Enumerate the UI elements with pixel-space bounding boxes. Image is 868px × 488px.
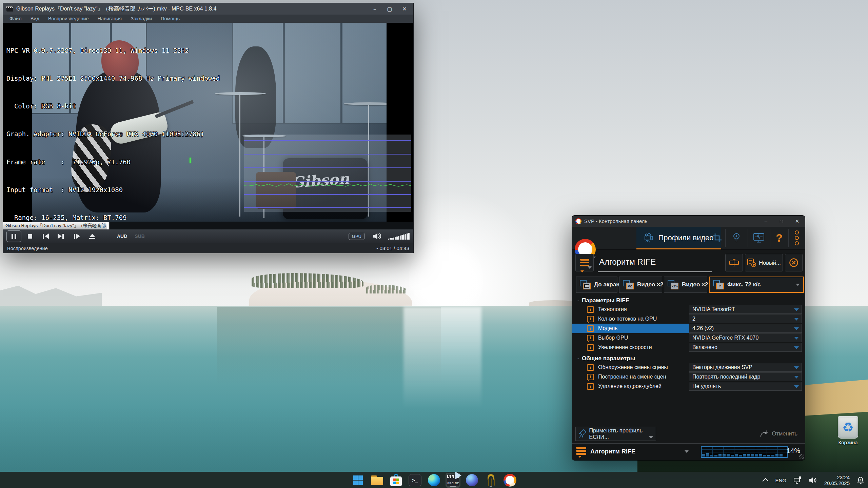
recycle-bin[interactable]: ♻ Корзина	[829, 416, 867, 449]
language-indicator[interactable]: ENG	[775, 477, 786, 483]
row-gpu-select[interactable]: i Выбор GPU NVIDIA GeForce RTX 4070	[572, 333, 805, 343]
preset-dropdown-caret[interactable]	[796, 284, 800, 286]
menu-playback[interactable]: Воспроизведение	[44, 16, 93, 21]
taskbar-password-manager[interactable]	[484, 473, 498, 488]
row-technology[interactable]: i Технология NVIDIA TensorRT	[572, 305, 805, 314]
preset-to-screen[interactable]: До экрана	[576, 277, 617, 293]
maximize-button[interactable]: ▢	[774, 216, 789, 227]
technology-dropdown[interactable]: NVIDIA TensorRT	[689, 305, 802, 314]
rename-profile-button[interactable]	[725, 254, 743, 271]
playback-state: Воспроизведение	[7, 246, 48, 251]
section-rife-params[interactable]: - Параметры RIFE	[572, 296, 805, 305]
svp-icon	[504, 474, 516, 487]
seekbar[interactable]: Gibson Replays『Don't say "lazy"』（桜高軽音部 カ…	[3, 222, 413, 229]
taskbar-terminal[interactable]: >_	[408, 473, 422, 488]
hidden-icons-chevron[interactable]	[763, 478, 769, 484]
menu-file[interactable]: Файл	[5, 16, 26, 21]
video-area[interactable]: Gibson MPC	[3, 23, 413, 222]
taskbar-mpc-be[interactable]: MPC BE	[446, 473, 460, 488]
osd-line: Display: PHL 275E1 868x488 74.968 Hz P…	[6, 74, 239, 83]
row-duplicate-removal[interactable]: i Удаление кадров-дублей Не удалять	[572, 382, 805, 391]
taskbar-sphere-app[interactable]	[465, 473, 479, 488]
section-common-params[interactable]: - Общие параметры	[572, 354, 805, 363]
row-scene-detection[interactable]: i Обнаружение смены сцены Векторы движен…	[572, 363, 805, 372]
row-gpu-threads[interactable]: i Кол-во потоков на GPU 2	[572, 314, 805, 324]
mpc-window-controls: – ▢ ✕	[367, 4, 412, 14]
new-profile-button[interactable]: Новый...	[745, 254, 783, 271]
system-tray: ENG 23:24 20.05.2025	[764, 472, 865, 488]
profile-name-input[interactable]: Алгоритм RIFE	[599, 257, 656, 267]
footer-dropdown-caret[interactable]	[685, 450, 689, 453]
menu-view[interactable]: Вид	[26, 16, 44, 21]
volume-tray-button[interactable]	[809, 476, 817, 484]
scene-detection-dropdown[interactable]: Векторы движения SVP	[689, 363, 802, 372]
subtitle-track-button[interactable]: SUB	[135, 233, 145, 239]
notification-center-button[interactable]: z	[856, 476, 865, 485]
taskbar-edge[interactable]	[427, 473, 441, 488]
gpu-indicator-button[interactable]: GPU	[349, 233, 365, 240]
mute-button[interactable]	[372, 232, 382, 240]
preset-video-x25-icon: ×2½	[668, 280, 678, 289]
seekbar-position-marker[interactable]	[107, 222, 110, 229]
row-speed-boost[interactable]: i Увеличение скорости Включено	[572, 343, 805, 352]
preset-fixed-72fps[interactable]: ? Фикс. 72 к/с	[709, 277, 804, 293]
preset-video-x2[interactable]: ×2 Видео ×2	[619, 277, 662, 293]
profile-menu-button[interactable]	[575, 254, 594, 271]
speaker-icon	[809, 476, 817, 484]
next-icon	[62, 234, 64, 239]
resize-grip[interactable]	[799, 454, 804, 459]
previous-button[interactable]	[38, 231, 53, 242]
frame-step-button[interactable]	[70, 231, 84, 242]
info-icon: i	[587, 335, 594, 341]
performance-monitor-button[interactable]	[748, 227, 770, 249]
row-model[interactable]: i Модель 4.26 (v2)	[572, 324, 805, 333]
apply-profile-if-button[interactable]: Применять профиль ЕСЛИ...	[575, 427, 656, 441]
next-button[interactable]	[54, 231, 68, 242]
taskbar-file-explorer[interactable]	[370, 473, 384, 488]
close-button[interactable]: ✕	[397, 4, 412, 14]
minimize-button[interactable]: –	[367, 4, 382, 14]
close-button[interactable]: ✕	[789, 216, 805, 227]
menu-help[interactable]: Помощь	[156, 16, 184, 21]
help-button[interactable]: ?	[770, 227, 788, 249]
preset-video-x25[interactable]: ×2½ Видео ×2½	[664, 277, 707, 293]
new-profile-label: Новый...	[759, 260, 781, 266]
minimize-button[interactable]: –	[758, 216, 774, 227]
speed-boost-dropdown[interactable]: Включено	[689, 343, 802, 352]
new-profile-icon	[747, 258, 756, 267]
svp-titlebar[interactable]: SVP - Контрольная панель – ▢ ✕	[572, 216, 805, 227]
tab-video-profiles-label: Профили видео	[658, 233, 713, 242]
delete-profile-button[interactable]	[785, 254, 803, 271]
preset-fixed-72fps-icon: ?	[713, 280, 724, 289]
eject-button[interactable]	[85, 231, 99, 242]
volume-slider[interactable]	[388, 233, 410, 240]
maximize-button[interactable]: ▢	[382, 4, 397, 14]
audio-track-button[interactable]: AUD	[117, 233, 127, 239]
tips-button[interactable]	[725, 227, 748, 249]
osd-line: MPC VR 0.9.7.2387, Direct3D 11, Windows …	[6, 46, 239, 55]
menu-navigation[interactable]: Навигация	[93, 16, 126, 21]
tab-video-profiles[interactable]: Профили видео	[636, 227, 721, 249]
sync-waveform	[244, 135, 411, 212]
taskbar-svp[interactable]	[502, 473, 517, 488]
scene-change-dropdown[interactable]: Повторять последний кадр	[689, 372, 802, 381]
clock[interactable]: 23:24 20.05.2025	[824, 474, 850, 486]
undo-button[interactable]: Отменить	[759, 429, 797, 438]
crop-tool-button[interactable]	[709, 227, 725, 249]
footer-profile-menu[interactable]	[576, 447, 586, 455]
network-tray-button[interactable]	[793, 476, 802, 484]
active-profile-label: Алгоритм RIFE	[590, 448, 635, 455]
pause-button[interactable]	[6, 230, 21, 242]
stop-button[interactable]	[23, 231, 37, 242]
model-dropdown[interactable]: 4.26 (v2)	[689, 324, 802, 333]
menu-bookmarks[interactable]: Закладки	[126, 16, 156, 21]
start-button[interactable]	[351, 473, 366, 488]
mpc-titlebar[interactable]: Gibson Replays『Don't say "lazy"』（桜高軽音部 カ…	[3, 3, 413, 15]
gpu-select-dropdown[interactable]: NVIDIA GeForce RTX 4070	[689, 333, 802, 342]
row-scene-change-frames[interactable]: i Построение на смене сцен Повторять пос…	[572, 372, 805, 382]
taskbar-microsoft-store[interactable]	[389, 473, 403, 488]
duplicate-removal-dropdown[interactable]: Не удалять	[689, 382, 802, 391]
more-menu-button[interactable]	[788, 227, 805, 249]
gpu-threads-dropdown[interactable]: 2	[689, 314, 802, 323]
svp-window-title: SVP - Контрольная панель	[584, 218, 647, 224]
